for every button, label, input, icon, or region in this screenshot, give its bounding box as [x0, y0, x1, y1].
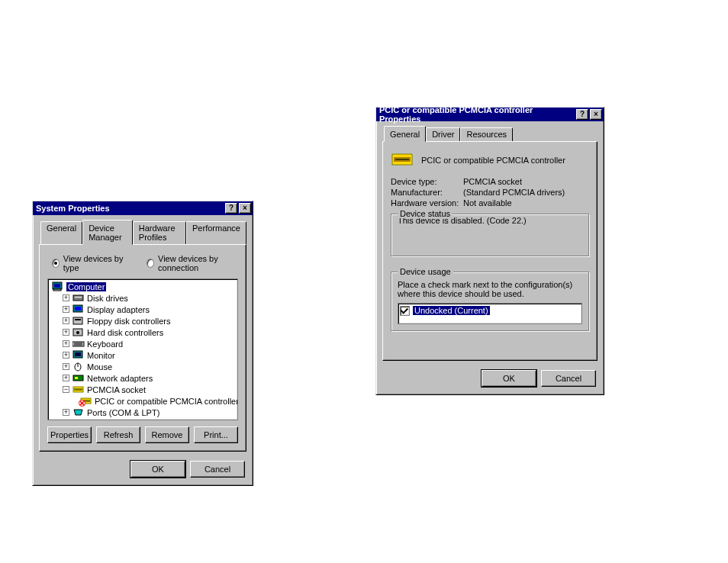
refresh-button[interactable]: Refresh	[96, 426, 140, 443]
usage-item-undocked[interactable]: Undocked (Current)	[400, 305, 580, 316]
device-type-value: PCMCIA socket	[463, 177, 522, 186]
pcic-properties-window: PCIC or compatible PCMCIA controller Pro…	[375, 107, 604, 395]
radio-label: View devices by connection	[158, 254, 238, 272]
usage-list[interactable]: Undocked (Current)	[398, 303, 582, 324]
titlebar[interactable]: PCIC or compatible PCMCIA controller Pro…	[376, 108, 604, 121]
tree-node-ports[interactable]: + Ports (COM & LPT)	[50, 407, 236, 418]
tree-node-label: Ports (COM & LPT)	[87, 408, 159, 417]
checkbox-icon[interactable]	[400, 306, 410, 316]
expand-icon[interactable]: +	[63, 294, 69, 301]
device-tree[interactable]: Computer + Disk drives + Display adapter…	[47, 278, 238, 420]
tree-node-label: Display adapters	[87, 305, 150, 314]
tab-strip: General Driver Resources	[384, 127, 598, 142]
expand-icon[interactable]: +	[63, 317, 69, 324]
tree-node-label: Monitor	[87, 351, 115, 360]
tab-general[interactable]: General	[40, 221, 82, 245]
properties-button[interactable]: Properties	[47, 426, 92, 443]
tree-node-disk-drives[interactable]: + Disk drives	[50, 292, 236, 304]
collapse-icon[interactable]: −	[63, 386, 69, 393]
svg-rect-11	[72, 342, 84, 346]
expand-icon[interactable]: +	[63, 329, 69, 336]
titlebar[interactable]: System Properties ? ×	[33, 201, 253, 215]
hardware-version-label: Hardware version:	[391, 198, 463, 208]
print-button[interactable]: Print...	[194, 426, 238, 443]
tab-hardware-profiles[interactable]: Hardware Profiles	[133, 221, 186, 245]
tab-strip: General Device Manager Hardware Profiles…	[40, 221, 246, 245]
tree-node-label: Mouse	[87, 362, 112, 372]
pcmcia-device-icon	[80, 396, 92, 406]
ok-button[interactable]: OK	[130, 461, 185, 478]
cancel-button[interactable]: Cancel	[541, 370, 596, 387]
tree-node-label: Hard disk controllers	[87, 328, 163, 337]
tree-node-label: PCMCIA socket	[87, 385, 146, 394]
expand-icon[interactable]: +	[63, 340, 69, 347]
horizontal-rule	[32, 52, 360, 53]
device-type-label: Device type:	[391, 177, 463, 186]
controller-icon	[72, 327, 85, 337]
sound-icon	[72, 419, 85, 420]
svg-rect-3	[73, 295, 83, 301]
device-name: PCIC or compatible PCMCIA controller	[421, 156, 565, 165]
system-properties-window: System Properties ? × General Device Man…	[32, 201, 253, 486]
remove-button[interactable]: Remove	[145, 426, 189, 443]
window-title: PCIC or compatible PCMCIA controller Pro…	[379, 105, 575, 124]
device-status-group: Device status This device is disabled. (…	[391, 214, 589, 256]
manufacturer-label: Manufacturer:	[391, 188, 463, 197]
hardware-version-value: Not available	[463, 198, 512, 208]
radio-view-by-connection[interactable]: View devices by connection	[147, 254, 238, 272]
tree-node-keyboard[interactable]: + Keyboard	[50, 338, 236, 349]
svg-rect-21	[74, 388, 82, 391]
tree-node-pcic-controller[interactable]: PCIC or compatible PCMCIA controller	[50, 395, 236, 407]
svg-rect-6	[75, 307, 81, 310]
usage-item-label: Undocked (Current)	[413, 306, 490, 315]
tab-general[interactable]: General	[384, 126, 426, 142]
tree-root-label: Computer	[66, 282, 106, 291]
tree-node-floppy-controllers[interactable]: + Floppy disk controllers	[50, 315, 236, 327]
expand-icon[interactable]: +	[63, 363, 69, 370]
close-icon[interactable]: ×	[590, 109, 602, 120]
svg-rect-7	[73, 317, 82, 324]
tree-node-mouse[interactable]: + Mouse	[50, 361, 236, 372]
svg-rect-15	[75, 352, 81, 356]
radio-view-by-type[interactable]: View devices by type	[52, 254, 124, 272]
tree-node-hard-disk-controllers[interactable]: + Hard disk controllers	[50, 327, 236, 338]
tree-node-sound-video-game[interactable]: + Sound, video and game controllers	[50, 418, 236, 420]
tab-device-manager[interactable]: Device Manager	[82, 220, 133, 245]
tree-node-display-adapters[interactable]: + Display adapters	[50, 304, 236, 315]
monitor-icon	[72, 350, 85, 360]
cancel-button[interactable]: Cancel	[190, 461, 245, 478]
radio-icon	[147, 259, 154, 268]
ok-button[interactable]: OK	[482, 370, 536, 387]
tab-driver[interactable]: Driver	[426, 127, 460, 142]
tree-node-pcmcia-socket[interactable]: − PCMCIA socket	[50, 384, 236, 395]
tab-resources[interactable]: Resources	[460, 127, 513, 142]
svg-rect-2	[53, 289, 61, 291]
svg-rect-4	[75, 297, 82, 298]
tree-node-network-adapters[interactable]: + Network adapters	[50, 372, 236, 384]
help-icon[interactable]: ?	[225, 203, 237, 214]
device-usage-group: Device usage Place a check mark next to …	[391, 272, 589, 331]
expand-icon[interactable]: +	[63, 306, 69, 313]
keyboard-icon	[72, 339, 85, 349]
tab-performance[interactable]: Performance	[186, 221, 246, 245]
device-status-legend: Device status	[398, 209, 453, 218]
svg-rect-8	[75, 319, 81, 320]
display-icon	[72, 304, 85, 314]
disk-icon	[72, 293, 85, 303]
svg-rect-1	[54, 284, 60, 288]
expand-icon[interactable]: +	[63, 375, 69, 381]
mouse-icon	[72, 362, 85, 372]
tree-root[interactable]: Computer	[50, 281, 236, 292]
expand-icon[interactable]: +	[63, 409, 69, 416]
svg-rect-31	[395, 159, 409, 160]
controller-icon	[72, 316, 85, 326]
expand-icon[interactable]: +	[63, 352, 69, 359]
close-icon[interactable]: ×	[239, 203, 251, 214]
tree-node-label: Keyboard	[87, 339, 123, 349]
tree-node-monitor[interactable]: + Monitor	[50, 349, 236, 361]
device-manager-panel: View devices by type View devices by con…	[39, 244, 246, 452]
help-icon[interactable]: ?	[576, 109, 588, 120]
tree-node-label: Floppy disk controllers	[87, 317, 170, 326]
window-title: System Properties	[36, 204, 224, 213]
pcmcia-device-icon	[391, 150, 415, 171]
